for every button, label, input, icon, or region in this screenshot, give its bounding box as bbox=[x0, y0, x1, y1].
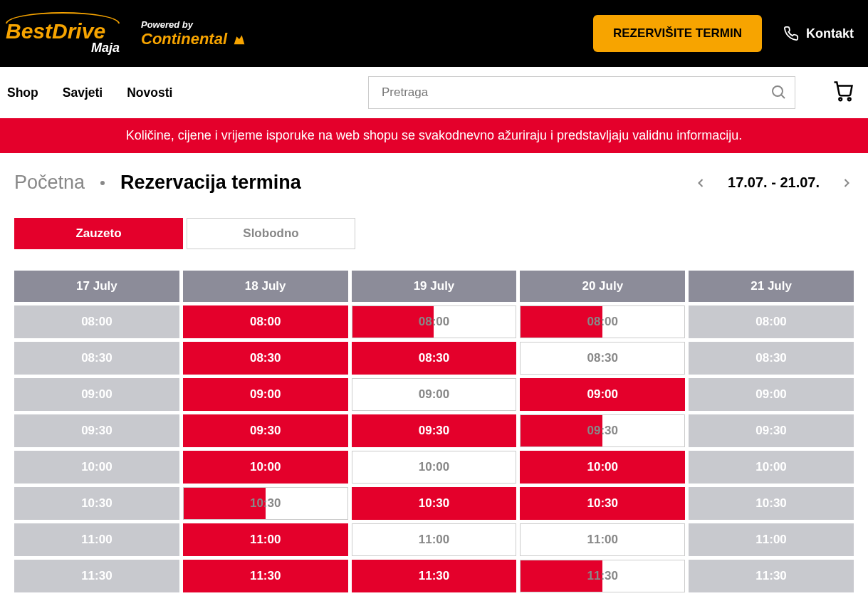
nav-link-shop[interactable]: Shop bbox=[7, 85, 38, 100]
date-range: 17.07. - 21.07. bbox=[728, 174, 820, 191]
contact-link[interactable]: Kontakt bbox=[783, 26, 854, 41]
time-slot[interactable]: 09:00 bbox=[352, 378, 517, 411]
top-bar: BestDrive Maja Powered by Continental RE… bbox=[0, 0, 868, 67]
time-slot: 09:30 bbox=[689, 414, 854, 447]
day-column: 20 July08:0008:3009:0009:3010:0010:3011:… bbox=[520, 271, 685, 592]
phone-icon bbox=[783, 26, 799, 41]
time-slot: 09:00 bbox=[689, 378, 854, 411]
time-slot[interactable]: 08:00 bbox=[520, 305, 685, 338]
horse-icon bbox=[231, 31, 247, 47]
time-slot: 11:30 bbox=[689, 560, 854, 592]
day-header: 19 July bbox=[352, 271, 517, 302]
time-slot: 09:00 bbox=[14, 378, 179, 411]
time-slot[interactable]: 08:30 bbox=[520, 342, 685, 375]
next-week-icon[interactable] bbox=[840, 176, 854, 190]
dot-icon bbox=[100, 181, 105, 185]
time-slot: 11:00 bbox=[14, 523, 179, 556]
time-slot: 08:00 bbox=[183, 305, 348, 338]
schedule-grid: 17 July08:0008:3009:0009:3010:0010:3011:… bbox=[14, 271, 854, 592]
nav-link-novosti[interactable]: Novosti bbox=[127, 85, 172, 100]
reserve-button[interactable]: REZERVIŠITE TERMIN bbox=[593, 15, 762, 52]
time-slot: 11:00 bbox=[183, 523, 348, 556]
logo[interactable]: BestDrive Maja bbox=[6, 12, 120, 56]
time-slot[interactable]: 11:30 bbox=[520, 560, 685, 592]
time-slot: 08:00 bbox=[14, 305, 179, 338]
day-header: 21 July bbox=[689, 271, 854, 302]
time-slot: 08:30 bbox=[352, 342, 517, 375]
day-column: 17 July08:0008:3009:0009:3010:0010:3011:… bbox=[14, 271, 179, 592]
time-slot: 10:00 bbox=[689, 451, 854, 484]
info-banner: Količine, cijene i vrijeme isporuke na w… bbox=[0, 118, 868, 153]
nav-bar: Shop Savjeti Novosti bbox=[0, 67, 868, 118]
time-slot: 10:00 bbox=[520, 451, 685, 484]
day-column: 21 July08:0008:3009:0009:3010:0010:3011:… bbox=[689, 271, 854, 592]
nav-link-savjeti[interactable]: Savjeti bbox=[63, 85, 103, 100]
time-slot: 09:30 bbox=[14, 414, 179, 447]
svg-point-3 bbox=[848, 98, 851, 100]
time-slot: 10:30 bbox=[520, 487, 685, 520]
search-icon[interactable] bbox=[770, 83, 787, 100]
legend-free: Slobodno bbox=[187, 218, 355, 249]
page-title: Rezervacija termina bbox=[120, 172, 301, 194]
time-slot[interactable]: 10:00 bbox=[352, 451, 517, 484]
time-slot: 11:30 bbox=[14, 560, 179, 592]
time-slot: 11:00 bbox=[689, 523, 854, 556]
time-slot: 10:30 bbox=[14, 487, 179, 520]
time-slot: 09:00 bbox=[520, 378, 685, 411]
powered-by: Powered by Continental bbox=[141, 19, 247, 48]
time-slot: 11:30 bbox=[183, 560, 348, 592]
search-input[interactable] bbox=[368, 76, 795, 109]
time-slot: 08:00 bbox=[689, 305, 854, 338]
svg-point-2 bbox=[839, 98, 842, 100]
cart-icon bbox=[832, 80, 854, 102]
legend: Zauzeto Slobodno bbox=[14, 218, 854, 249]
time-slot[interactable]: 10:30 bbox=[183, 487, 348, 520]
time-slot: 11:30 bbox=[352, 560, 517, 592]
time-slot[interactable]: 09:30 bbox=[520, 414, 685, 447]
svg-line-1 bbox=[782, 95, 785, 99]
day-header: 18 July bbox=[183, 271, 348, 302]
prev-week-icon[interactable] bbox=[694, 176, 708, 190]
time-slot: 09:00 bbox=[183, 378, 348, 411]
time-slot: 09:30 bbox=[352, 414, 517, 447]
breadcrumb: Početna Rezervacija termina 17.07. - 21.… bbox=[14, 172, 854, 194]
time-slot[interactable]: 08:00 bbox=[352, 305, 517, 338]
day-header: 17 July bbox=[14, 271, 179, 302]
time-slot: 10:00 bbox=[183, 451, 348, 484]
time-slot: 09:30 bbox=[183, 414, 348, 447]
time-slot: 10:30 bbox=[352, 487, 517, 520]
breadcrumb-home[interactable]: Početna bbox=[14, 172, 85, 194]
day-header: 20 July bbox=[520, 271, 685, 302]
time-slot: 08:30 bbox=[689, 342, 854, 375]
legend-busy: Zauzeto bbox=[14, 218, 183, 249]
time-slot[interactable]: 11:00 bbox=[352, 523, 517, 556]
time-slot[interactable]: 11:00 bbox=[520, 523, 685, 556]
time-slot: 10:30 bbox=[689, 487, 854, 520]
cart-button[interactable] bbox=[832, 80, 854, 105]
day-column: 19 July08:0008:3009:0009:3010:0010:3011:… bbox=[352, 271, 517, 592]
time-slot: 08:30 bbox=[14, 342, 179, 375]
time-slot: 10:00 bbox=[14, 451, 179, 484]
day-column: 18 July08:0008:3009:0009:3010:0010:3011:… bbox=[183, 271, 348, 592]
svg-point-0 bbox=[773, 86, 783, 96]
time-slot: 08:30 bbox=[183, 342, 348, 375]
